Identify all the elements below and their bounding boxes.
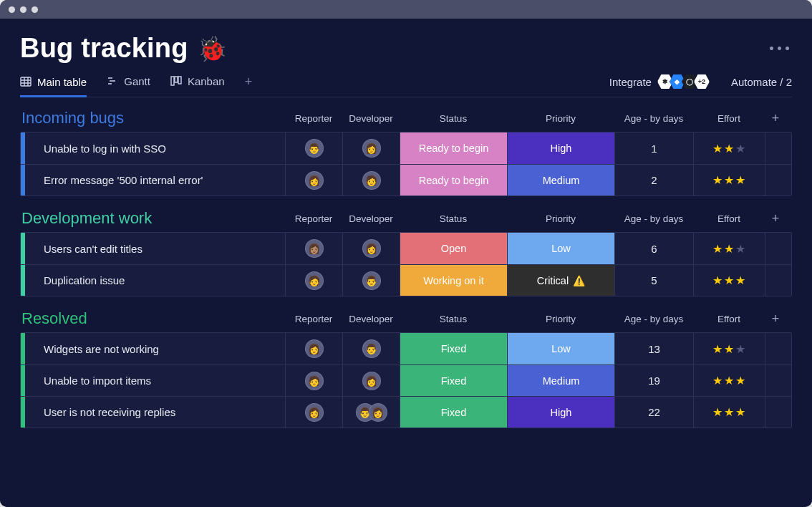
status-cell[interactable]: Working on it — [400, 265, 508, 296]
column-header-status[interactable]: Status — [400, 113, 507, 124]
age-cell[interactable]: 2 — [615, 165, 694, 195]
integration-badges: ✱ ◆ ◯ +2 — [657, 74, 710, 90]
integrate-button[interactable]: Integrate ✱ ◆ ◯ +2 — [604, 74, 710, 90]
priority-cell[interactable]: Medium — [508, 165, 615, 195]
developer-cell[interactable]: 👩 — [343, 365, 400, 396]
item-name[interactable]: Error message '500 internal error' — [34, 174, 203, 186]
age-cell[interactable]: 22 — [615, 397, 694, 428]
group-title[interactable]: Resolved — [20, 309, 285, 328]
developer-cell[interactable]: 👨👩 — [343, 397, 400, 428]
priority-cell[interactable]: Critical ⚠️ — [508, 265, 615, 296]
add-view-button[interactable]: + — [245, 75, 253, 88]
column-header-developer[interactable]: Developer — [342, 113, 400, 124]
effort-cell[interactable]: ★★★ — [694, 165, 765, 195]
priority-cell[interactable]: Medium — [508, 365, 615, 396]
column-header-reporter[interactable]: Reporter — [285, 213, 342, 224]
developer-cell[interactable]: 🧑 — [343, 165, 400, 195]
column-header-age[interactable]: Age - by days — [614, 213, 693, 224]
automate-label: Automate / 2 — [731, 76, 792, 88]
window-dot — [32, 6, 38, 13]
column-header-status[interactable]: Status — [400, 314, 507, 324]
table-row[interactable]: Users can't edit titles👩🏽👩OpenLow6★★★ — [21, 233, 791, 264]
table-row[interactable]: Duplication issue🧑👨Working on itCritical… — [21, 264, 791, 296]
column-header-priority[interactable]: Priority — [507, 113, 614, 124]
table-row[interactable]: User is not receiving replies👩👨👩FixedHig… — [21, 396, 791, 428]
view-tab-kanban[interactable]: Kanban — [170, 75, 225, 89]
table-row[interactable]: Widgets are not working👩👨FixedLow13★★★ — [21, 333, 791, 364]
column-header-reporter[interactable]: Reporter — [285, 314, 342, 324]
item-name[interactable]: Widgets are not working — [34, 343, 159, 355]
column-header-age[interactable]: Age - by days — [614, 314, 693, 324]
status-cell[interactable]: Fixed — [400, 397, 508, 428]
more-menu[interactable] — [767, 42, 792, 54]
age-cell[interactable]: 13 — [615, 333, 694, 364]
age-cell[interactable]: 6 — [615, 233, 694, 264]
developer-cell[interactable]: 👨 — [343, 265, 400, 296]
age-cell[interactable]: 19 — [615, 365, 694, 396]
item-name[interactable]: Duplication issue — [34, 274, 125, 286]
view-tab-gantt[interactable]: Gantt — [107, 75, 150, 89]
table-row[interactable]: Error message '500 internal error'👩🧑Read… — [21, 164, 791, 195]
status-cell[interactable]: Fixed — [400, 333, 508, 364]
column-header-status[interactable]: Status — [400, 213, 507, 224]
column-header-reporter[interactable]: Reporter — [285, 113, 342, 124]
column-header-age[interactable]: Age - by days — [614, 113, 693, 124]
group-title[interactable]: Development work — [20, 209, 285, 228]
item-name[interactable]: Unable to import items — [34, 375, 151, 387]
reporter-cell[interactable]: 👩 — [286, 333, 343, 364]
effort-cell[interactable]: ★★★ — [694, 265, 765, 296]
status-cell[interactable]: Ready to begin — [400, 165, 508, 195]
reporter-cell[interactable]: 👩🏽 — [286, 233, 343, 264]
effort-cell[interactable]: ★★★ — [694, 365, 765, 396]
priority-cell[interactable]: Low — [508, 333, 615, 364]
priority-cell[interactable]: High — [508, 132, 615, 164]
reporter-cell[interactable]: 👩 — [286, 165, 343, 195]
reporter-cell[interactable]: 🧑 — [286, 365, 343, 396]
table-row[interactable]: Unable to log in with SSO👨👩Ready to begi… — [21, 132, 791, 164]
effort-cell[interactable]: ★★★ — [694, 333, 765, 364]
avatar: 👨 — [305, 139, 324, 158]
reporter-cell[interactable]: 👩 — [286, 397, 343, 428]
column-header-effort[interactable]: Effort — [693, 213, 765, 224]
age-cell[interactable]: 1 — [615, 132, 694, 164]
table-icon — [20, 76, 32, 87]
status-cell[interactable]: Open — [400, 233, 508, 264]
item-name[interactable]: User is not receiving replies — [34, 406, 175, 418]
effort-cell[interactable]: ★★★ — [694, 397, 765, 428]
reporter-cell[interactable]: 👨 — [286, 132, 343, 164]
effort-cell[interactable]: ★★★ — [694, 233, 765, 264]
column-header-effort[interactable]: Effort — [693, 314, 765, 324]
priority-cell[interactable]: Low — [508, 233, 615, 264]
view-tab-label: Gantt — [124, 75, 150, 87]
view-tab-main-table[interactable]: Main table — [20, 76, 87, 97]
status-cell[interactable]: Fixed — [400, 365, 508, 396]
add-column-button[interactable]: + — [765, 211, 786, 226]
row-extra-cell — [765, 165, 787, 195]
page-title: Bug tracking — [20, 33, 188, 64]
table-row[interactable]: Unable to import items🧑👩FixedMedium19★★★ — [21, 364, 791, 396]
status-cell[interactable]: Ready to begin — [400, 132, 508, 164]
column-header-priority[interactable]: Priority — [507, 213, 614, 224]
developer-cell[interactable]: 👨 — [343, 333, 400, 364]
item-name[interactable]: Users can't edit titles — [34, 243, 142, 255]
column-header-effort[interactable]: Effort — [693, 113, 765, 124]
automate-button[interactable]: Automate / 2 — [725, 76, 792, 88]
item-name[interactable]: Unable to log in with SSO — [34, 143, 166, 155]
column-header-priority[interactable]: Priority — [507, 314, 614, 324]
effort-cell[interactable]: ★★★ — [694, 132, 765, 164]
avatar: 👨 — [362, 339, 381, 358]
group-title[interactable]: Incoming bugs — [20, 109, 285, 127]
reporter-cell[interactable]: 🧑 — [286, 265, 343, 296]
column-header-developer[interactable]: Developer — [342, 314, 400, 324]
row-extra-cell — [765, 233, 787, 264]
age-cell[interactable]: 5 — [615, 265, 694, 296]
svg-rect-2 — [175, 77, 178, 82]
developer-cell[interactable]: 👩 — [343, 132, 400, 164]
view-tab-label: Main table — [37, 76, 87, 88]
kanban-icon — [170, 75, 182, 87]
add-column-button[interactable]: + — [765, 312, 786, 327]
add-column-button[interactable]: + — [765, 111, 786, 126]
priority-cell[interactable]: High — [508, 397, 615, 428]
column-header-developer[interactable]: Developer — [342, 213, 400, 224]
developer-cell[interactable]: 👩 — [343, 233, 400, 264]
